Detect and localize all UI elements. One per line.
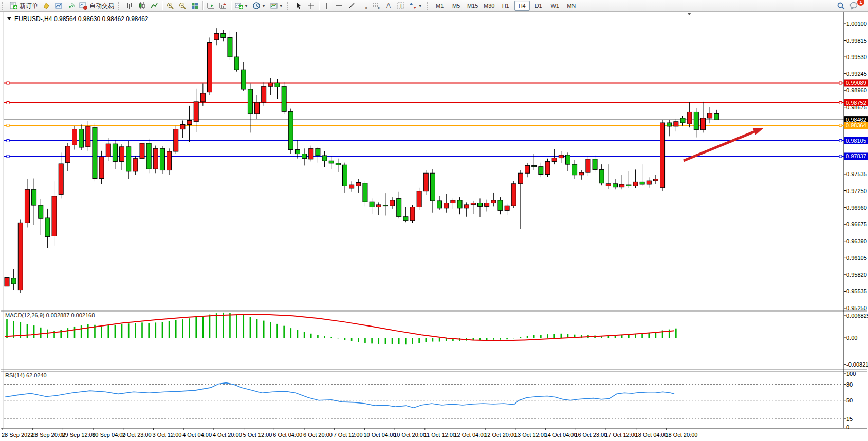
level-handle[interactable] [839, 101, 842, 104]
candle-bearish [79, 129, 84, 147]
time-tick-label: 29 Sep 12:00 [62, 432, 95, 438]
time-tick-label: 30 Sep 04:00 [92, 432, 125, 438]
candle-bearish [93, 127, 97, 178]
candle-bullish [65, 146, 70, 163]
candle-bearish [370, 202, 374, 207]
fibonacci-tool-button[interactable]: F [370, 0, 382, 11]
candle-bullish [180, 124, 185, 129]
macd-indicator-label: MACD(12,26,9) 0.002887 0.002168 [5, 312, 95, 318]
candle-bullish [25, 189, 29, 223]
bar-chart-button[interactable] [123, 0, 136, 11]
candle-bullish [620, 184, 624, 187]
level-handle[interactable] [839, 82, 842, 84]
candle-bullish [153, 148, 158, 169]
time-tick-label: 16 Oct 23:00 [575, 432, 607, 438]
periods-button[interactable]: ▼ [250, 0, 268, 11]
timeframe-h1-button[interactable]: H1 [498, 1, 513, 11]
chart-shift-button[interactable] [217, 0, 229, 11]
candle-bullish [700, 118, 705, 130]
charts-window-button[interactable] [52, 0, 65, 11]
candle-bearish [680, 118, 685, 123]
channel-tool-button[interactable]: E [358, 0, 370, 11]
signals-button[interactable] [65, 0, 77, 11]
auto-scroll-button[interactable] [205, 0, 217, 11]
level-handle[interactable] [7, 101, 9, 104]
candle-bearish [160, 148, 164, 170]
search-icon [837, 2, 845, 10]
chart-title-quote: 0.98564 0.98630 0.98462 0.98462 [54, 15, 149, 23]
trendline-tool-button[interactable] [345, 0, 358, 11]
auto-trading-button[interactable]: 自动交易 [77, 0, 116, 11]
timeframe-m5-button[interactable]: M5 [449, 1, 464, 11]
market-depth-button[interactable] [40, 0, 52, 11]
timeframe-w1-button[interactable]: W1 [547, 1, 563, 11]
candle-bullish [586, 159, 590, 172]
toolbar-separator [202, 1, 203, 10]
candle-bearish [599, 169, 604, 183]
candle-bearish [532, 165, 537, 166]
clock-icon [252, 2, 261, 10]
text-icon: A [384, 2, 393, 10]
price-tick-label: 0.95535 [846, 288, 867, 294]
candle-bullish [545, 161, 550, 174]
candle-bearish [403, 217, 408, 221]
price-tick-label: 0.97250 [846, 188, 867, 194]
chart-canvas[interactable]: 1.001000.998150.995300.992450.989600.986… [0, 11, 868, 441]
toolbar-grip [287, 2, 291, 10]
candle-bullish [653, 179, 658, 181]
indicators-add-icon [235, 2, 243, 10]
zoom-out-button[interactable] [176, 0, 189, 11]
level-handle[interactable] [839, 124, 842, 127]
price-tick-label: 0.96105 [846, 255, 867, 261]
timeframe-mn-button[interactable]: MN [564, 1, 579, 11]
timeframe-m1-button[interactable]: M1 [432, 1, 448, 11]
arrows-icon [409, 2, 417, 10]
price-tick-label: 0.96390 [846, 238, 867, 244]
cursor-tool-button[interactable] [292, 0, 305, 11]
crosshair-tool-button[interactable] [305, 0, 317, 11]
candle-bullish [120, 147, 124, 162]
notification-badge: 1 [857, 0, 864, 6]
candle-bearish [572, 164, 577, 175]
templates-button[interactable]: ▼ [268, 0, 285, 11]
timeframe-m30-button[interactable]: M30 [482, 1, 497, 11]
candle-bullish [255, 102, 260, 114]
timeframe-h4-button[interactable]: H4 [514, 1, 530, 11]
timeframe-m15-button[interactable]: M15 [465, 1, 481, 11]
candle-bullish [133, 159, 138, 171]
arrows-tool-button[interactable]: ▼ [407, 0, 424, 11]
time-tick-label: 28 Sep 2022 [2, 432, 33, 438]
rsi-tick-label: 0 [846, 424, 849, 430]
new-order-button[interactable]: 新订单 [7, 0, 40, 11]
candle-bullish [660, 123, 665, 188]
candle-bullish [262, 86, 266, 102]
text-label-tool-button[interactable]: T [395, 0, 407, 11]
price-level-badge-label: 0.99089 [846, 80, 866, 86]
level-handle[interactable] [7, 139, 9, 142]
chart-title-symbol: EURUSD-,H4 [14, 15, 52, 23]
svg-text:E: E [365, 7, 367, 10]
candle-bullish [18, 223, 23, 290]
candle-bullish [52, 196, 57, 236]
candlestick-chart-button[interactable] [136, 0, 148, 11]
price-level-badge-label: 0.97837 [846, 153, 866, 159]
crosshair-icon [307, 2, 315, 10]
candle-bullish [268, 83, 273, 86]
level-handle[interactable] [7, 155, 9, 158]
level-handle[interactable] [7, 124, 9, 127]
notifications-button[interactable]: 1 [847, 0, 861, 11]
vertical-line-tool-button[interactable] [321, 0, 333, 11]
text-tool-button[interactable]: A [382, 0, 395, 11]
indicators-button[interactable]: ▼ [233, 0, 250, 11]
tile-windows-button[interactable] [189, 0, 201, 11]
search-button[interactable] [835, 0, 847, 11]
chart-window[interactable]: 1.001000.998150.995300.992450.989600.986… [0, 11, 868, 441]
zoom-in-button[interactable] [164, 0, 176, 11]
line-chart-button[interactable] [148, 0, 160, 11]
timeframe-d1-button[interactable]: D1 [531, 1, 546, 11]
horizontal-line-tool-button[interactable] [333, 0, 345, 11]
level-handle[interactable] [7, 82, 9, 84]
level-handle[interactable] [839, 155, 842, 158]
level-handle[interactable] [839, 139, 842, 142]
candle-bearish [437, 201, 442, 208]
